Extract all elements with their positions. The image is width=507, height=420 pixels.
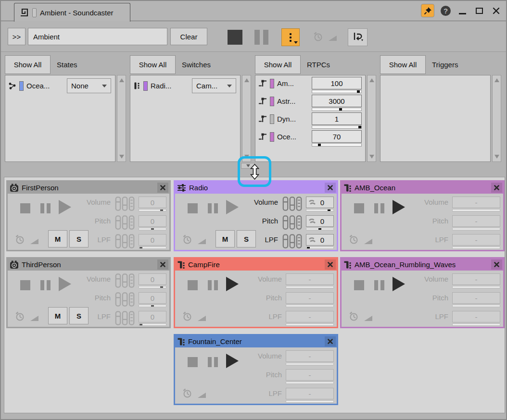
close-tile-button[interactable] (325, 336, 336, 346)
volume-slider[interactable] (306, 209, 334, 211)
scroll-down-button[interactable] (117, 153, 126, 161)
volume-slider[interactable] (452, 209, 500, 211)
tile-header[interactable]: FirstPerson (8, 182, 169, 194)
volume-slider[interactable] (286, 363, 334, 365)
splitter[interactable] (1, 162, 506, 177)
tile-header[interactable]: Radio (175, 182, 337, 194)
mute-button[interactable]: M (48, 230, 67, 247)
scroll-up-button[interactable] (493, 76, 501, 84)
pitch-slider[interactable] (452, 228, 500, 230)
tile-header[interactable]: Fountain_Center (175, 335, 337, 347)
play-button[interactable] (393, 200, 405, 214)
pause-button[interactable] (208, 280, 218, 290)
play-button[interactable] (59, 277, 71, 291)
lpf-value-box[interactable]: - (286, 388, 334, 399)
pitch-slider[interactable] (139, 305, 166, 307)
show-all-button-states[interactable]: Show All (5, 55, 51, 74)
pause-button[interactable] (208, 357, 218, 367)
play-button[interactable] (226, 354, 239, 368)
lpf-slider[interactable] (306, 247, 334, 249)
window-tab[interactable]: Ambient - Soundcaster (14, 3, 130, 22)
pause-button[interactable] (40, 203, 51, 213)
volume-slider[interactable] (452, 286, 500, 288)
lpf-slider[interactable] (452, 323, 500, 326)
rtpc-slider[interactable] (312, 90, 362, 93)
pause-button[interactable] (208, 203, 218, 213)
show-all-button-switches[interactable]: Show All (130, 55, 176, 74)
mute-button[interactable]: M (215, 230, 235, 247)
play-button[interactable] (393, 277, 405, 291)
volume-value-box[interactable]: - (286, 273, 334, 285)
close-tile-button[interactable] (325, 259, 336, 270)
pitch-value-box[interactable]: 0 (139, 292, 166, 304)
scrollbar[interactable] (367, 75, 376, 162)
pitch-value-box[interactable]: 0 (306, 215, 334, 227)
scroll-up-button[interactable] (368, 76, 376, 84)
pitch-value-box[interactable]: - (286, 369, 334, 381)
close-tile-button[interactable] (491, 183, 502, 193)
scroll-down-button[interactable] (242, 153, 251, 161)
pause-button[interactable] (40, 280, 51, 290)
close-button[interactable] (491, 5, 501, 16)
lpf-slider[interactable] (139, 247, 166, 249)
pause-all-button[interactable] (254, 30, 268, 45)
close-tile-button[interactable] (157, 183, 168, 193)
stop-button[interactable] (188, 203, 198, 213)
volume-value-box[interactable]: - (452, 273, 500, 285)
reset-all-button[interactable] (348, 28, 368, 46)
rtpc-value-box[interactable]: 70 (312, 130, 362, 143)
show-all-button-rtpcs[interactable]: Show All (255, 55, 301, 74)
close-tile-button[interactable] (157, 259, 168, 270)
stop-button[interactable] (188, 357, 198, 367)
volume-value-box[interactable]: 0 (139, 273, 166, 285)
scroll-down-button[interactable] (493, 153, 501, 161)
lpf-slider[interactable] (139, 323, 166, 326)
pitch-slider[interactable] (286, 382, 334, 384)
pitch-value-box[interactable]: - (452, 215, 500, 227)
scrollbar[interactable] (492, 75, 501, 162)
volume-slider[interactable] (286, 286, 334, 288)
stop-button[interactable] (354, 280, 364, 290)
volume-slider[interactable] (139, 286, 166, 288)
lpf-value-box[interactable]: 0 (306, 234, 334, 246)
help-button[interactable]: ? (441, 6, 451, 16)
lpf-value-box[interactable]: 0 (139, 311, 166, 322)
maximize-button[interactable] (474, 5, 484, 16)
volume-value-box[interactable]: - (452, 197, 500, 208)
volume-value-box[interactable]: - (286, 350, 334, 362)
splitter-collapse-handle[interactable] (241, 163, 255, 169)
pitch-value-box[interactable]: - (452, 292, 500, 304)
pitch-value-box[interactable]: 0 (139, 215, 166, 227)
lpf-value-box[interactable]: - (286, 311, 334, 322)
mute-button[interactable]: M (48, 307, 67, 324)
tile-header[interactable]: CampFire (175, 259, 337, 271)
session-name-input[interactable] (28, 28, 167, 45)
close-tile-button[interactable] (325, 183, 336, 193)
volume-slider[interactable] (139, 209, 166, 211)
minimize-button[interactable] (457, 5, 468, 16)
tile-header[interactable]: AMB_Ocean (342, 182, 503, 194)
lpf-value-box[interactable]: - (452, 311, 500, 322)
scroll-up-button[interactable] (242, 76, 251, 84)
rtpc-value-box[interactable]: 1 (312, 112, 362, 125)
stop-button[interactable] (354, 203, 364, 213)
scrollbar[interactable] (117, 75, 126, 162)
tile-header[interactable]: AMB_Ocean_Rumbling_Waves (342, 259, 503, 271)
lpf-slider[interactable] (286, 323, 334, 326)
scroll-up-button[interactable] (117, 76, 126, 84)
play-button[interactable] (226, 200, 239, 214)
value-dropdown[interactable]: Cam... (192, 78, 236, 93)
pause-button[interactable] (374, 203, 384, 213)
lpf-value-box[interactable]: - (452, 234, 500, 246)
close-tile-button[interactable] (491, 259, 502, 270)
scroll-down-button[interactable] (368, 153, 376, 161)
clear-button[interactable]: Clear (170, 28, 207, 45)
pitch-value-box[interactable]: - (286, 292, 334, 304)
volume-value-box[interactable]: 0 (306, 197, 334, 208)
pause-button[interactable] (374, 280, 384, 290)
rtpc-value-box[interactable]: 100 (312, 77, 362, 89)
pin-button[interactable] (421, 4, 434, 17)
expand-button[interactable]: >> (8, 28, 25, 45)
rtpc-slider[interactable] (312, 108, 362, 111)
pitch-slider[interactable] (306, 228, 334, 230)
